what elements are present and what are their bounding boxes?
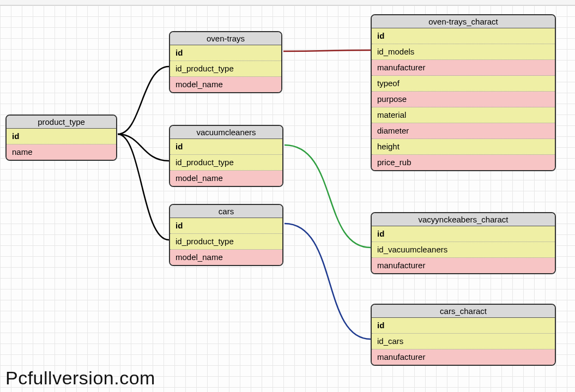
table-cars[interactable]: cars id id_product_type model_name [169, 204, 283, 266]
link-vacuum-to-vacchar [285, 145, 371, 248]
column-name: name [7, 144, 116, 160]
table-product-type[interactable]: product_type id name [5, 114, 117, 161]
column-id: id [7, 129, 116, 144]
column-id: id [170, 45, 281, 61]
column-manufacturer: manufacturer [372, 60, 555, 76]
column-id: id [372, 318, 555, 334]
column-diameter: diameter [372, 123, 555, 139]
table-vacuumcleaners[interactable]: vacuumcleaners id id_product_type model_… [169, 125, 283, 187]
column-price-rub: price_rub [372, 155, 555, 170]
column-id-models: id_models [372, 44, 555, 60]
table-title: cars_charact [372, 305, 555, 318]
column-id-vacuumcleaners: id_vacuumcleaners [372, 242, 555, 258]
column-id-cars: id_cars [372, 334, 555, 349]
table-title: oven-trays [170, 32, 281, 45]
table-title: vacyynckeabers_charact [372, 213, 555, 226]
column-id: id [170, 218, 282, 234]
table-cars-charact[interactable]: cars_charact id id_cars manufacturer [371, 304, 556, 366]
column-id-product-type: id_product_type [170, 61, 281, 77]
column-model-name: model_name [170, 77, 281, 92]
column-purpose: purpose [372, 92, 555, 107]
column-id: id [372, 226, 555, 242]
link-oven-to-ovenchar [283, 50, 371, 51]
column-typeof: typeof [372, 76, 555, 92]
table-title: product_type [7, 116, 116, 129]
column-manufacturer: manufacturer [372, 258, 555, 273]
column-id: id [170, 139, 282, 155]
link-product-to-cars [118, 134, 169, 240]
column-model-name: model_name [170, 250, 282, 265]
table-oven-trays-charact[interactable]: oven-trays_charact id id_models manufact… [371, 14, 556, 171]
diagram-canvas[interactable]: product_type id name oven-trays id id_pr… [0, 5, 575, 392]
link-product-to-vacuum [118, 134, 169, 161]
link-cars-to-carschar [285, 224, 371, 339]
table-title: cars [170, 205, 282, 218]
table-vacyynckeabers-charact[interactable]: vacyynckeabers_charact id id_vacuumclean… [371, 212, 556, 274]
column-height: height [372, 139, 555, 155]
watermark-text: Pcfullversion.com [5, 367, 155, 389]
column-id: id [372, 28, 555, 44]
column-id-product-type: id_product_type [170, 155, 282, 171]
table-title: vacuumcleaners [170, 126, 282, 139]
column-model-name: model_name [170, 171, 282, 186]
table-oven-trays[interactable]: oven-trays id id_product_type model_name [169, 31, 282, 93]
table-title: oven-trays_charact [372, 15, 555, 28]
toolbar-strip [0, 0, 575, 5]
column-manufacturer: manufacturer [372, 349, 555, 365]
column-id-product-type: id_product_type [170, 234, 282, 250]
link-product-to-oven [118, 67, 169, 134]
column-material: material [372, 107, 555, 123]
